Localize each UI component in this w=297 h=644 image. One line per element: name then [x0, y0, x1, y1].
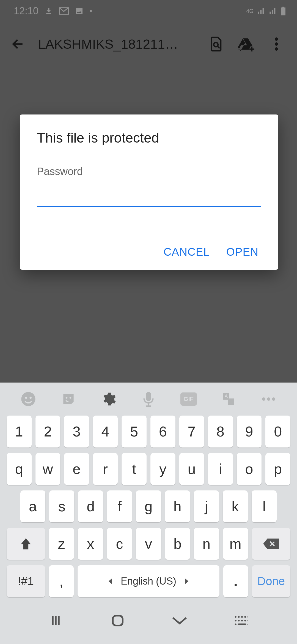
home-button[interactable] [107, 612, 129, 629]
soft-keyboard: GIF A 1234567890 qwertyuiop asdfghjkl zx… [0, 383, 297, 644]
key-n[interactable]: n [194, 528, 219, 560]
emoji-icon[interactable] [19, 389, 38, 409]
key-c[interactable]: c [107, 528, 132, 560]
symbols-key[interactable]: !#1 [7, 565, 45, 597]
svg-point-26 [235, 623, 236, 625]
key-2[interactable]: 2 [35, 416, 61, 447]
svg-point-14 [272, 397, 275, 401]
cancel-button[interactable]: CANCEL [163, 246, 210, 258]
svg-point-12 [262, 397, 265, 401]
key-q[interactable]: q [7, 453, 32, 485]
key-b[interactable]: b [165, 528, 190, 560]
open-button[interactable]: OPEN [226, 246, 258, 258]
space-key[interactable]: English (US) [78, 565, 219, 597]
key-r[interactable]: r [93, 453, 118, 485]
key-i[interactable]: i [208, 453, 233, 485]
done-key[interactable]: Done [252, 565, 290, 597]
key-0[interactable]: 0 [265, 416, 290, 447]
key-m[interactable]: m [223, 528, 248, 560]
svg-point-20 [247, 616, 248, 618]
key-e[interactable]: e [64, 453, 89, 485]
svg-point-25 [247, 620, 248, 621]
svg-point-18 [241, 616, 243, 618]
key-a[interactable]: a [20, 490, 45, 522]
sticker-icon[interactable] [59, 389, 78, 409]
gif-icon[interactable]: GIF [179, 389, 198, 409]
gear-icon[interactable] [99, 389, 118, 409]
keyboard-switch-button[interactable] [230, 612, 252, 629]
recents-button[interactable] [45, 612, 67, 629]
key-y[interactable]: y [150, 453, 175, 485]
keyboard-hide-button[interactable] [169, 612, 191, 629]
key-z[interactable]: z [49, 528, 74, 560]
key-v[interactable]: v [136, 528, 161, 560]
translate-icon[interactable]: A [219, 389, 238, 409]
svg-point-23 [241, 620, 243, 621]
dialog-title: This file is protected [37, 130, 261, 146]
key-o[interactable]: o [237, 453, 262, 485]
keyboard-row-middle: asdfghjkl [7, 490, 290, 522]
svg-point-17 [238, 616, 240, 618]
key-k[interactable]: k [223, 490, 248, 522]
svg-point-13 [267, 397, 270, 401]
svg-text:A: A [225, 394, 228, 399]
key-1[interactable]: 1 [7, 416, 32, 447]
keyboard-row-space: !#1 , English (US) . Done [7, 565, 290, 597]
svg-point-28 [247, 623, 248, 625]
key-5[interactable]: 5 [122, 416, 147, 447]
key-7[interactable]: 7 [179, 416, 204, 447]
svg-rect-10 [146, 392, 151, 401]
svg-rect-27 [238, 624, 246, 625]
period-key[interactable]: . [223, 565, 248, 597]
svg-point-7 [29, 397, 31, 399]
key-8[interactable]: 8 [208, 416, 233, 447]
keyboard-row-top: qwertyuiop [7, 453, 290, 485]
password-input[interactable] [37, 183, 261, 207]
svg-rect-15 [113, 616, 123, 626]
svg-point-24 [244, 620, 246, 621]
mic-icon[interactable] [139, 389, 158, 409]
key-j[interactable]: j [194, 490, 219, 522]
key-9[interactable]: 9 [237, 416, 262, 447]
password-label: Password [37, 166, 261, 178]
keyboard-number-row: 1234567890 [7, 416, 290, 447]
key-w[interactable]: w [35, 453, 61, 485]
key-s[interactable]: s [49, 490, 74, 522]
password-dialog: This file is protected Password CANCEL O… [20, 114, 278, 270]
keyboard-toolbar: GIF A [0, 383, 297, 416]
key-l[interactable]: l [252, 490, 277, 522]
keyboard-row-bottom: zxcvbnm [7, 528, 290, 560]
comma-key[interactable]: , [49, 565, 74, 597]
key-u[interactable]: u [179, 453, 204, 485]
key-h[interactable]: h [165, 490, 190, 522]
key-t[interactable]: t [122, 453, 147, 485]
backspace-key[interactable] [252, 528, 290, 560]
svg-point-6 [25, 397, 27, 399]
key-6[interactable]: 6 [150, 416, 175, 447]
navigation-bar [0, 603, 297, 638]
key-x[interactable]: x [78, 528, 103, 560]
svg-point-8 [65, 397, 67, 399]
svg-point-21 [235, 620, 236, 621]
key-g[interactable]: g [136, 490, 161, 522]
shift-key[interactable] [7, 528, 45, 560]
key-4[interactable]: 4 [93, 416, 118, 447]
key-3[interactable]: 3 [64, 416, 89, 447]
svg-point-16 [235, 616, 236, 618]
svg-point-5 [21, 392, 35, 406]
key-d[interactable]: d [78, 490, 103, 522]
space-label: English (US) [121, 575, 176, 587]
key-f[interactable]: f [107, 490, 132, 522]
svg-point-9 [69, 397, 71, 399]
key-p[interactable]: p [265, 453, 290, 485]
kb-more-icon[interactable] [259, 389, 278, 409]
svg-point-19 [244, 616, 246, 618]
svg-point-22 [238, 620, 240, 621]
